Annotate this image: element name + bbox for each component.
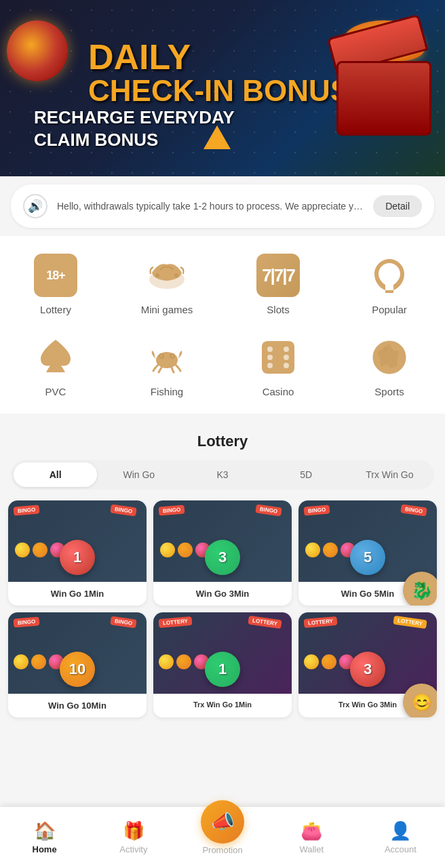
hero-banner[interactable]: DAILY CHECK-IN BONUS RECHARGE EVERYDAY C… <box>0 0 445 176</box>
tab-all[interactable]: All <box>14 462 97 487</box>
ball-trx3: 3 <box>350 652 385 687</box>
banner-subtitle-1: RECHARGE EVERYDAY <box>34 107 350 128</box>
game-card-wingo3-label: Win Go 3Min <box>153 582 292 606</box>
activity-icon: 🎁 <box>123 821 144 842</box>
megaphone-icon: 📣 <box>211 810 235 833</box>
lottery-section-title: Lottery <box>0 419 445 460</box>
banner-chest <box>330 20 438 136</box>
category-mini-games-label: Mini games <box>141 304 193 315</box>
ball-1: 1 <box>60 540 95 575</box>
category-lottery[interactable]: 18+ Lottery <box>0 243 111 325</box>
lottery-icon: 18+ <box>33 252 79 298</box>
category-fishing[interactable]: Fishing <box>111 325 222 407</box>
game-card-wingo10[interactable]: BINGO BINGO 10 Win Go 10Min <box>8 612 147 717</box>
banner-triangle-decoration <box>204 125 231 149</box>
notice-speaker-icon: 🔊 <box>23 194 47 218</box>
category-sports[interactable]: Sports <box>334 325 445 407</box>
notice-text: Hello, withdrawals typically take 1-2 ho… <box>57 201 364 212</box>
banner-title-checkin: CHECK-IN BONUS <box>88 76 350 106</box>
svg-point-12 <box>284 363 289 368</box>
nav-account-label: Account <box>385 844 417 854</box>
svg-point-10 <box>284 347 289 352</box>
svg-point-1 <box>155 273 159 277</box>
category-slots[interactable]: 7|7|7 Slots <box>222 243 334 325</box>
game-card-wingo3[interactable]: BINGO BINGO 3 Win Go 3Min <box>153 500 292 606</box>
ball-3: 3 <box>205 540 240 575</box>
svg-point-14 <box>284 355 289 360</box>
banner-subtitle-2: CLAIM BONUS <box>34 130 350 151</box>
svg-point-2 <box>174 273 178 277</box>
svg-point-3 <box>156 352 178 368</box>
svg-point-7 <box>171 355 174 357</box>
bingo-ticket-6: BINGO <box>400 504 427 516</box>
bingo-ticket-1: BINGO <box>14 505 40 515</box>
svg-point-13 <box>267 355 273 360</box>
nav-wallet[interactable]: 👛 Wallet <box>267 815 356 860</box>
category-fishing-label: Fishing <box>151 386 183 397</box>
category-casino[interactable]: Casino <box>222 325 334 407</box>
ball-10: 10 <box>60 652 95 687</box>
home-icon: 🏠 <box>34 821 56 842</box>
bingo-ticket-7: BINGO <box>14 616 40 627</box>
tab-wingo[interactable]: Win Go <box>97 462 180 487</box>
support-watermark[interactable]: 😊 <box>403 684 437 717</box>
dragon-watermark: 🐉 <box>403 572 437 606</box>
sports-icon <box>366 334 412 380</box>
category-popular-label: Popular <box>372 304 407 315</box>
category-pvc-label: PVC <box>45 386 66 397</box>
nav-home-label: Home <box>33 844 57 854</box>
game-card-wingo1[interactable]: BINGO BINGO 1 Win Go 1Min <box>8 500 147 606</box>
category-sports-label: Sports <box>374 386 404 397</box>
bingo-ticket-8: BINGO <box>110 616 137 628</box>
tab-k3[interactable]: K3 <box>180 462 264 487</box>
tab-trxwingo[interactable]: Trx Win Go <box>348 462 431 487</box>
fishing-icon <box>144 334 190 380</box>
nav-promotion-label: Promotion <box>202 845 242 855</box>
popular-icon <box>366 252 412 298</box>
nav-home[interactable]: 🏠 Home <box>0 815 89 860</box>
account-icon: 👤 <box>389 821 411 842</box>
bingo-ticket-3: BINGO <box>159 505 185 515</box>
game-card-trxwingo1-label: Trx Win Go 1Min <box>153 694 292 715</box>
bingo-ticket-5: BINGO <box>304 505 330 515</box>
bottom-navigation: 🏠 Home 🎁 Activity 📣 Promotion 👛 Wallet 👤… <box>0 807 445 868</box>
notice-detail-button[interactable]: Detail <box>373 195 422 217</box>
nav-account[interactable]: 👤 Account <box>356 815 445 860</box>
pvc-icon <box>33 334 79 380</box>
bingo-ticket-4: BINGO <box>255 504 282 516</box>
casino-icon <box>255 334 301 380</box>
bingo-ticket-2: BINGO <box>110 504 137 516</box>
category-casino-label: Casino <box>263 386 294 397</box>
game-card-wingo5[interactable]: BINGO BINGO 5 Win Go 5Min 🐉 <box>298 500 437 606</box>
chest-body <box>336 61 431 136</box>
category-lottery-label: Lottery <box>40 304 71 315</box>
svg-rect-8 <box>262 341 294 374</box>
category-grid: 18+ Lottery Mini games 7|7|7 Slots <box>0 236 445 414</box>
nav-activity-label: Activity <box>119 844 147 854</box>
slots-icon: 7|7|7 <box>255 252 301 298</box>
svg-point-11 <box>267 363 273 368</box>
nav-activity[interactable]: 🎁 Activity <box>89 815 178 860</box>
banner-title-daily: DAILY <box>88 39 350 75</box>
ball-5: 5 <box>350 540 385 575</box>
svg-point-6 <box>160 355 163 357</box>
notice-bar: 🔊 Hello, withdrawals typically take 1-2 … <box>11 184 434 228</box>
tab-5d[interactable]: 5D <box>265 462 348 487</box>
games-grid: BINGO BINGO 1 Win Go 1Min BINGO BINGO <box>0 500 445 785</box>
promotion-circle[interactable]: 📣 <box>201 800 244 844</box>
lottery-tabs: All Win Go K3 5D Trx Win Go <box>11 460 434 490</box>
nav-promotion[interactable]: 📣 Promotion <box>178 821 267 855</box>
ball-trx1: 1 <box>205 652 240 687</box>
category-pvc[interactable]: PVC <box>0 325 111 407</box>
category-popular[interactable]: Popular <box>334 243 445 325</box>
game-card-trxwingo1[interactable]: LOTTERY LOTTERY 1 Trx Win Go 1Min <box>153 612 292 717</box>
wallet-icon: 👛 <box>301 821 322 842</box>
svg-point-9 <box>267 347 273 352</box>
category-mini-games[interactable]: Mini games <box>111 243 222 325</box>
category-slots-label: Slots <box>267 304 289 315</box>
nav-wallet-label: Wallet <box>299 844 324 854</box>
game-card-trxwingo3[interactable]: LOTTERY LOTTERY 3 Trx Win Go 3Min 😊 <box>298 612 437 717</box>
mini-games-icon <box>144 252 190 298</box>
game-card-wingo10-label: Win Go 10Min <box>8 694 147 717</box>
game-card-wingo1-label: Win Go 1Min <box>8 582 147 606</box>
